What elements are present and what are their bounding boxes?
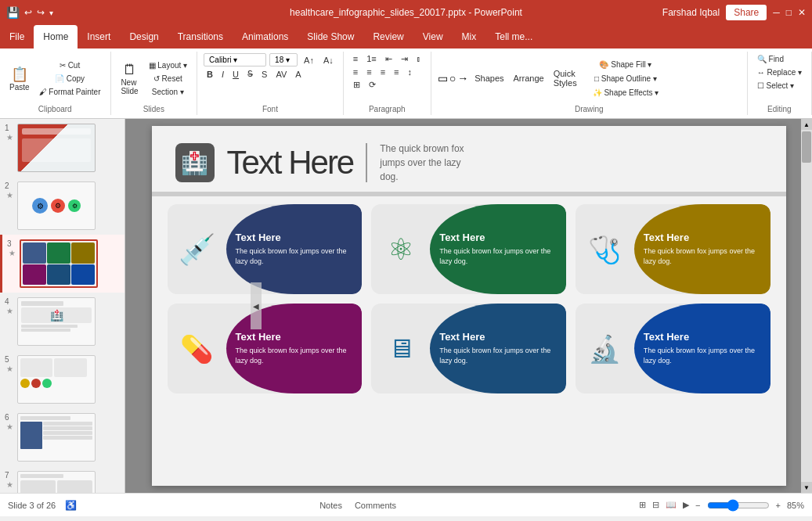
slide-thumbnail-7[interactable]: 7 ★ (0, 466, 125, 493)
line-spacing-button[interactable]: ↕ (404, 66, 415, 77)
bold-button[interactable]: B (204, 69, 216, 80)
scroll-down-button[interactable]: ▼ (801, 482, 812, 493)
redo-icon[interactable]: ↪ (37, 7, 45, 18)
tab-transitions[interactable]: Transitions (168, 25, 233, 49)
shape-fill-button[interactable]: 🎨 Shape Fill ▾ (590, 59, 662, 70)
shape-arrow[interactable]: → (457, 72, 468, 84)
notes-button[interactable]: Notes (319, 501, 342, 510)
section-button[interactable]: Section ▾ (146, 86, 191, 98)
quick-styles-button[interactable]: QuickStyles (550, 55, 580, 102)
shape-oval[interactable]: ○ (449, 72, 456, 84)
left-scroll-button[interactable]: ◀ (251, 282, 262, 329)
column-button[interactable]: ⫾ (413, 53, 424, 65)
decrease-font-button[interactable]: A↓ (320, 55, 337, 66)
zoom-out-button[interactable]: − (695, 501, 700, 510)
tab-file[interactable]: File (0, 25, 34, 49)
format-painter-button[interactable]: 🖌 Format Painter (36, 86, 104, 98)
slide-thumbnail-2[interactable]: 2 ★ ⚙ ⚙ ⚙ (0, 177, 125, 235)
align-right-button[interactable]: ≡ (377, 66, 388, 77)
customize-icon[interactable]: ▾ (49, 9, 53, 17)
tab-review[interactable]: Review (363, 25, 413, 49)
numbering-button[interactable]: 1≡ (363, 53, 380, 65)
slide-thumbnail-5[interactable]: 5 ★ (0, 350, 125, 408)
tab-home[interactable]: Home (34, 25, 78, 49)
font-name-dropdown[interactable]: Calibri ▾ (204, 53, 266, 66)
share-button[interactable]: Share (726, 5, 767, 20)
slide-img-6[interactable] (17, 413, 96, 462)
copy-button[interactable]: 📄 Copy (36, 73, 104, 84)
scroll-thumb[interactable] (802, 131, 811, 163)
font-color-button[interactable]: A (292, 69, 304, 80)
cut-button[interactable]: ✂ Cut (36, 59, 104, 71)
close-button[interactable]: ✕ (798, 7, 806, 18)
card-1[interactable]: 💉 Text Here The quick brown fox jumps ov… (168, 204, 363, 294)
accessibility-icon[interactable]: ♿ (65, 500, 77, 511)
shapes-button[interactable]: Shapes (471, 55, 507, 102)
slide-img-7[interactable] (17, 471, 96, 493)
shape-effects-button[interactable]: ✨ Shape Effects ▾ (590, 87, 662, 99)
strikethrough-button[interactable]: S̶ (244, 68, 256, 80)
bullets-button[interactable]: ≡ (350, 53, 361, 65)
italic-button[interactable]: I (218, 69, 227, 80)
smartart-button[interactable]: ⊞ (350, 79, 363, 91)
decrease-indent-button[interactable]: ⇤ (382, 53, 395, 65)
comments-button[interactable]: Comments (355, 501, 396, 510)
zoom-in-button[interactable]: + (776, 501, 781, 510)
underline-button[interactable]: U (229, 69, 242, 80)
slide-img-3[interactable] (20, 239, 98, 288)
tab-design[interactable]: Design (120, 25, 168, 49)
paste-button[interactable]: 📋 Paste (6, 55, 33, 102)
card-2[interactable]: ⚛ Text Here The quick brown fox jumps ov… (371, 204, 566, 294)
increase-indent-button[interactable]: ⇥ (398, 53, 411, 65)
arrange-button[interactable]: Arrange (511, 55, 547, 102)
slide-thumbnail-6[interactable]: 6 ★ (0, 408, 125, 466)
zoom-level[interactable]: 85% (787, 501, 804, 510)
slide-img-5[interactable] (17, 355, 96, 404)
shape-rect[interactable]: ▭ (438, 72, 448, 84)
slide-img-1[interactable] (17, 124, 96, 172)
card-5[interactable]: 🖥 Text Here The quick brown fox jumps ov… (371, 304, 566, 393)
font-size-dropdown[interactable]: 18 ▾ (269, 53, 298, 66)
shadow-button[interactable]: S (258, 69, 270, 80)
slide-sorter-button[interactable]: ⊟ (652, 500, 659, 510)
new-slide-button[interactable]: 🗒 NewSlide (117, 55, 143, 102)
increase-font-button[interactable]: A↑ (301, 55, 317, 66)
card-3[interactable]: 🩺 Text Here The quick brown fox jumps ov… (576, 204, 770, 294)
find-button[interactable]: 🔍 Find (754, 53, 787, 65)
tab-insert[interactable]: Insert (78, 25, 120, 49)
align-center-button[interactable]: ≡ (363, 66, 374, 77)
reset-button[interactable]: ↺ Reset (146, 73, 191, 84)
vertical-scrollbar[interactable]: ▲ ▼ (801, 119, 812, 493)
minimize-button[interactable]: ─ (773, 7, 780, 18)
align-left-button[interactable]: ≡ (350, 66, 361, 77)
undo-icon[interactable]: ↩ (24, 7, 32, 18)
layout-button[interactable]: ▦ Layout ▾ (146, 59, 191, 71)
status-left: Slide 3 of 26 ♿ (8, 500, 77, 511)
card-4[interactable]: 💊 Text Here The quick brown fox jumps ov… (168, 304, 363, 393)
normal-view-button[interactable]: ⊞ (639, 500, 646, 510)
shape-outline-button[interactable]: □ Shape Outline ▾ (590, 73, 662, 84)
tab-slideshow[interactable]: Slide Show (298, 25, 363, 49)
scroll-up-button[interactable]: ▲ (801, 119, 812, 130)
slide-img-4[interactable]: 🏥 (17, 297, 96, 346)
char-spacing-button[interactable]: AV (272, 69, 290, 80)
reading-view-button[interactable]: 📖 (666, 500, 677, 510)
save-icon[interactable]: 💾 (6, 6, 20, 19)
slideshow-button[interactable]: ▶ (683, 500, 689, 510)
replace-button[interactable]: ↔ Replace ▾ (754, 66, 805, 78)
syringe-icon: 💉 (179, 232, 215, 267)
maximize-button[interactable]: □ (786, 7, 792, 18)
justify-button[interactable]: ≡ (391, 66, 402, 77)
tab-view[interactable]: View (413, 25, 453, 49)
zoom-slider[interactable] (707, 499, 770, 512)
tab-animations[interactable]: Animations (233, 25, 298, 49)
tab-tell-me[interactable]: Tell me... (485, 25, 542, 49)
slide-thumbnail-3[interactable]: 3 ★ (0, 235, 125, 293)
select-button[interactable]: ☐ Select ▾ (754, 80, 797, 92)
card-6[interactable]: 🔬 Text Here The quick brown fox jumps ov… (576, 304, 770, 393)
convert-button[interactable]: ⟳ (366, 79, 379, 91)
tab-mix[interactable]: Mix (453, 25, 486, 49)
slide-thumbnail-1[interactable]: 1 ★ (0, 119, 125, 177)
slide-img-2[interactable]: ⚙ ⚙ ⚙ (17, 181, 96, 230)
slide-thumbnail-4[interactable]: 4 ★ 🏥 (0, 293, 125, 350)
